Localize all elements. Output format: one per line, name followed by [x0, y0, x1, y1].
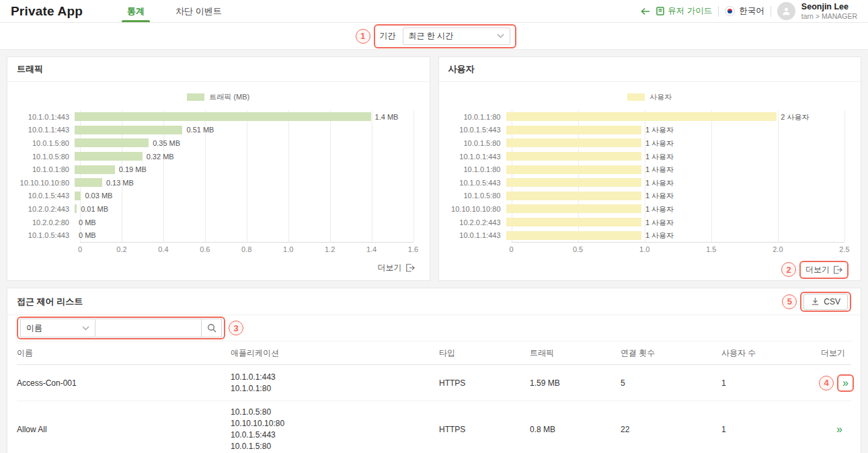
row-detail-button[interactable]: » [834, 423, 844, 436]
col-users: 사용자 수 [721, 347, 816, 359]
tab-statistics[interactable]: 통계 [124, 0, 147, 22]
user-name: Seonjin Lee [801, 2, 857, 11]
bar[interactable] [75, 192, 81, 200]
category-label: 10.10.10.10:80 [18, 179, 75, 187]
legend-swatch [627, 93, 645, 101]
language-selector[interactable]: 한국어 [725, 5, 764, 17]
chart-row: 10.1.0.5:800.32 MB [18, 150, 419, 163]
category-label: 10.0.1.1:80 [450, 113, 506, 121]
annotation-4: 4 [819, 376, 834, 390]
back-button[interactable] [641, 7, 650, 15]
bar[interactable] [506, 178, 641, 187]
period-select[interactable]: 최근 한 시간 [403, 28, 510, 45]
divider [771, 6, 771, 17]
col-connections: 연결 횟수 [621, 347, 721, 359]
period-selected-value: 최근 한 시간 [409, 30, 454, 42]
acl-name: Access-Con-001 [17, 378, 231, 388]
table-row: Access-Con-00110.1.0.1:44310.1.0.1:80HTT… [17, 365, 851, 401]
tab-block-events[interactable]: 차단 이벤트 [173, 0, 225, 22]
search-input[interactable] [95, 319, 202, 337]
x-tick-label: 0.2 [116, 245, 126, 253]
bar[interactable] [75, 138, 149, 147]
category-label: 10.1.0.5:443 [18, 231, 75, 239]
charts-row: 트래픽 트래픽 (MB) 10.1.0.1:4431.4 MB10.0.1.1:… [0, 50, 868, 281]
bar[interactable] [506, 192, 641, 200]
category-label: 10.0.1.5:80 [18, 139, 75, 147]
chart-row: 10.1.0.1:801 사용자 [450, 163, 851, 176]
x-tick-label: 1.4 [366, 245, 377, 253]
bar[interactable] [75, 152, 143, 161]
bar[interactable] [75, 112, 371, 121]
bar[interactable] [506, 218, 641, 226]
user-guide-link[interactable]: 유저 가이드 [656, 5, 712, 17]
users-panel-title: 사용자 [439, 57, 861, 82]
bar-track: 1 사용자 [506, 138, 845, 147]
bar-track: 0.19 MB [75, 165, 413, 174]
traffic-panel-title: 트래픽 [7, 57, 430, 82]
bar[interactable] [75, 165, 115, 174]
traffic-legend: 트래픽 (MB) [18, 89, 419, 105]
bar[interactable] [506, 126, 641, 134]
annotation-box-1: 기간 최근 한 시간 [374, 24, 516, 48]
x-tick-label: 1.6 [408, 245, 418, 253]
chart-row: 10.1.0.1:4431 사용자 [450, 150, 851, 163]
bar-value-label: 1 사용자 [645, 165, 674, 175]
access-control-list-panel: 접근 제어 리스트 5 CSV 이름 [7, 288, 861, 453]
bar-value-label: 1 사용자 [645, 151, 674, 161]
open-external-icon [833, 265, 842, 274]
category-label: 10.1.0.1:80 [18, 165, 75, 173]
bar[interactable] [506, 231, 641, 240]
acl-search-row: 이름 3 [7, 315, 861, 341]
bar-track: 0.03 MB [75, 192, 413, 200]
bar[interactable] [506, 138, 641, 147]
chart-row: 10.2.0.2:800 MB [18, 216, 419, 229]
bar-track: 1 사용자 [506, 152, 845, 161]
search-field-select[interactable]: 이름 [20, 319, 95, 337]
bar-track: 0 MB [75, 231, 413, 240]
category-label: 10.1.0.5:80 [18, 153, 75, 161]
bar-value-label: 0.13 MB [106, 179, 134, 187]
row-detail-button[interactable]: » [840, 376, 851, 390]
search-button[interactable] [202, 319, 222, 337]
category-label: 10.0.1.5:80 [450, 139, 506, 147]
table-row: Allow All10.1.0.5:8010.10.10.10:8010.0.1… [17, 401, 851, 453]
search-field-value: 이름 [26, 323, 42, 334]
bar[interactable] [75, 126, 182, 134]
category-label: 10.1.0.5:443 [450, 179, 506, 187]
bar[interactable] [506, 204, 641, 213]
category-label: 10.10.10.10:80 [450, 205, 506, 213]
csv-export-button[interactable]: CSV [803, 294, 848, 310]
acl-connections: 5 [621, 378, 721, 388]
col-traffic: 트래픽 [530, 347, 621, 359]
category-label: 10.0.1.1:443 [18, 126, 75, 134]
bar-value-label: 0.19 MB [119, 165, 147, 173]
bar[interactable] [506, 165, 641, 174]
bar-value-label: 1 사용자 [645, 138, 674, 148]
annotation-2: 2 [781, 262, 796, 277]
bar[interactable] [75, 204, 77, 213]
tab-label: 통계 [127, 5, 145, 17]
application-endpoint: 10.1.0.1:80 [231, 383, 435, 395]
legend-swatch [187, 93, 204, 101]
x-tick-label: 2.0 [773, 245, 783, 253]
csv-label: CSV [824, 297, 840, 306]
bar[interactable] [75, 178, 102, 187]
category-label: 10.2.0.2:443 [18, 205, 75, 213]
search-icon [207, 323, 216, 333]
chart-row: 10.0.1.1:4430.51 MB [18, 124, 419, 137]
avatar[interactable] [777, 2, 795, 20]
x-tick-label: 0.4 [158, 245, 168, 253]
bar[interactable] [506, 152, 641, 161]
bar-value-label: 1 사용자 [645, 231, 674, 241]
bar[interactable] [506, 112, 777, 121]
users-more-button[interactable]: 더보기 [803, 263, 845, 277]
x-axis: 00.20.40.60.81.01.21.41.6 [80, 242, 413, 255]
open-external-icon [405, 263, 415, 272]
category-label: 10.0.1.1:443 [450, 231, 506, 239]
traffic-more-button[interactable]: 더보기 [375, 261, 418, 275]
category-label: 10.2.0.2:80 [18, 218, 75, 226]
user-info[interactable]: Seonjin Lee tarn > MANAGER [801, 2, 857, 19]
traffic-panel: 트래픽 트래픽 (MB) 10.1.0.1:4431.4 MB10.0.1.1:… [7, 56, 430, 281]
x-tick-label: 0.8 [241, 245, 251, 253]
bar-track: 1 사용자 [506, 178, 845, 187]
